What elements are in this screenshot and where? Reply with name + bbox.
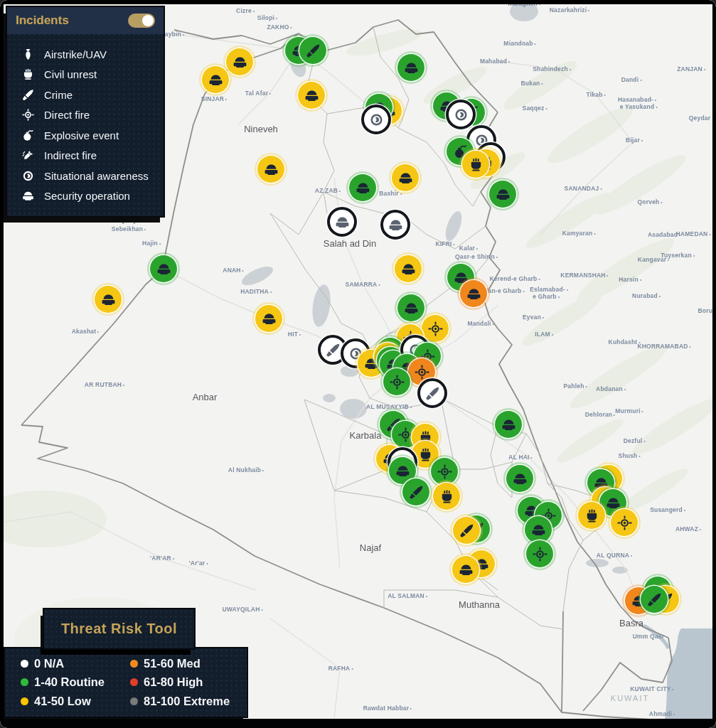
direct-fire-icon: [389, 374, 405, 390]
marker-security-operation[interactable]: [226, 48, 253, 75]
marker-security-operation[interactable]: [327, 207, 357, 237]
marker-security-operation[interactable]: [202, 66, 229, 93]
incidents-panel-header: Incidents: [7, 7, 164, 34]
incidents-panel: Incidents Airstrike/UAVCivil unrestCrime…: [6, 6, 165, 218]
marker-security-operation[interactable]: [95, 286, 122, 313]
security-operation-icon: [466, 286, 482, 302]
civil-unrest-icon: [468, 156, 484, 173]
crime-icon: [21, 88, 35, 102]
direct-fire-icon: [532, 546, 548, 562]
incident-type-direct-fire[interactable]: Direct fire: [21, 105, 156, 126]
airstrike-icon: [21, 48, 35, 61]
marker-direct-fire[interactable]: [383, 368, 410, 395]
marker-security-operation[interactable]: [452, 556, 479, 583]
marker-direct-fire[interactable]: [422, 315, 449, 342]
marker-situational-awareness[interactable]: [361, 105, 391, 134]
incidents-toggle-knob: [142, 15, 154, 26]
incident-type-label: Security operation: [44, 190, 130, 202]
security-operation-icon: [304, 87, 320, 104]
incident-type-airstrike[interactable]: Airstrike/UAV: [21, 44, 156, 65]
incidents-toggle[interactable]: [128, 14, 155, 28]
incident-type-crime[interactable]: Crime: [21, 85, 156, 105]
marker-civil-unrest[interactable]: [462, 151, 489, 178]
marker-crime[interactable]: [453, 517, 480, 544]
risk-legend-item: 1-40 Routine: [21, 673, 130, 692]
security-operation-icon: [208, 72, 224, 88]
marker-direct-fire[interactable]: [526, 540, 553, 567]
direct-fire-icon: [414, 364, 430, 380]
security-operation-icon: [530, 522, 547, 538]
incident-type-civil-unrest[interactable]: Civil unrest: [21, 65, 156, 85]
incident-type-label: Indirect fire: [44, 149, 97, 161]
marker-crime[interactable]: [299, 37, 326, 64]
incident-type-label: Crime: [44, 89, 73, 101]
security-operation-icon: [397, 170, 414, 186]
marker-security-operation[interactable]: [349, 174, 376, 201]
marker-crime[interactable]: [641, 586, 668, 613]
marker-security-operation[interactable]: [506, 465, 533, 492]
security-operation-icon: [261, 311, 277, 327]
threat-risk-tool-title: Threat Risk Tool: [61, 621, 177, 637]
marker-security-operation[interactable]: [489, 181, 516, 208]
incident-type-indirect-fire[interactable]: Indirect fire: [21, 146, 156, 166]
marker-crime[interactable]: [402, 478, 429, 505]
civil-unrest-icon: [21, 68, 35, 81]
marker-security-operation[interactable]: [395, 255, 422, 282]
risk-legend-label: 81-100 Extreme: [144, 695, 230, 708]
marker-situational-awareness[interactable]: [446, 100, 476, 129]
marker-security-operation[interactable]: [392, 164, 419, 191]
crime-icon: [408, 484, 424, 500]
direct-fire-icon: [397, 427, 414, 443]
marker-security-operation[interactable]: [397, 294, 424, 321]
marker-security-operation[interactable]: [150, 255, 177, 282]
indirect-fire-icon: [21, 149, 35, 162]
incident-type-explosive[interactable]: Explosive event: [21, 125, 156, 146]
security-operation-icon: [403, 60, 420, 76]
incident-type-situational-awareness[interactable]: Situational awareness: [21, 166, 156, 186]
security-operation-icon: [156, 261, 172, 277]
marker-security-operation[interactable]: [495, 411, 522, 438]
marker-security-operation[interactable]: [397, 54, 424, 81]
security-operation-icon: [355, 180, 371, 196]
risk-legend-item: 51-60 Med: [130, 654, 240, 673]
incident-type-security-operation[interactable]: Security operation: [21, 186, 156, 207]
risk-legend-label: 1-40 Routine: [34, 675, 105, 689]
civil-unrest-icon: [417, 446, 434, 463]
marker-security-operation[interactable]: [257, 156, 284, 183]
risk-color-dot: [21, 697, 28, 705]
security-operation-icon: [400, 261, 417, 277]
security-operation-icon: [605, 495, 621, 511]
risk-color-dot: [130, 697, 138, 705]
window-frame-left: [0, 0, 4, 728]
crime-icon: [459, 523, 475, 539]
situational-awareness-icon: [21, 169, 35, 183]
risk-legend-item: 0 N/A: [21, 654, 130, 673]
marker-security-operation[interactable]: [460, 280, 487, 307]
situational-awareness-icon: [368, 112, 385, 128]
security-operation-icon: [395, 463, 411, 479]
security-operation-icon: [334, 214, 351, 230]
security-operation-icon: [495, 186, 511, 203]
risk-legend-item: 61-80 High: [130, 673, 240, 692]
security-operation-icon: [501, 417, 517, 433]
civil-unrest-icon: [439, 488, 455, 505]
risk-legend-item: 41-50 Low: [21, 692, 130, 711]
bottom-bar: [0, 719, 716, 728]
risk-legend-label: 0 N/A: [34, 657, 64, 670]
marker-security-operation[interactable]: [525, 516, 552, 543]
window-frame-top: [0, 0, 716, 4]
marker-direct-fire[interactable]: [611, 509, 638, 536]
incident-type-label: Situational awareness: [44, 170, 149, 182]
security-operation-icon: [21, 189, 35, 203]
security-operation-icon: [512, 471, 528, 487]
marker-security-operation[interactable]: [255, 305, 282, 332]
marker-crime[interactable]: [417, 378, 447, 408]
marker-civil-unrest[interactable]: [433, 483, 460, 510]
crime-icon: [325, 342, 341, 358]
marker-civil-unrest[interactable]: [578, 502, 605, 529]
threat-risk-tool-panel: 0 N/A1-40 Routine41-50 Low51-60 Med61-80…: [4, 647, 248, 718]
marker-security-operation[interactable]: [298, 82, 325, 109]
marker-direct-fire[interactable]: [431, 458, 458, 485]
marker-security-operation[interactable]: [380, 210, 410, 240]
security-operation-icon: [403, 300, 420, 316]
